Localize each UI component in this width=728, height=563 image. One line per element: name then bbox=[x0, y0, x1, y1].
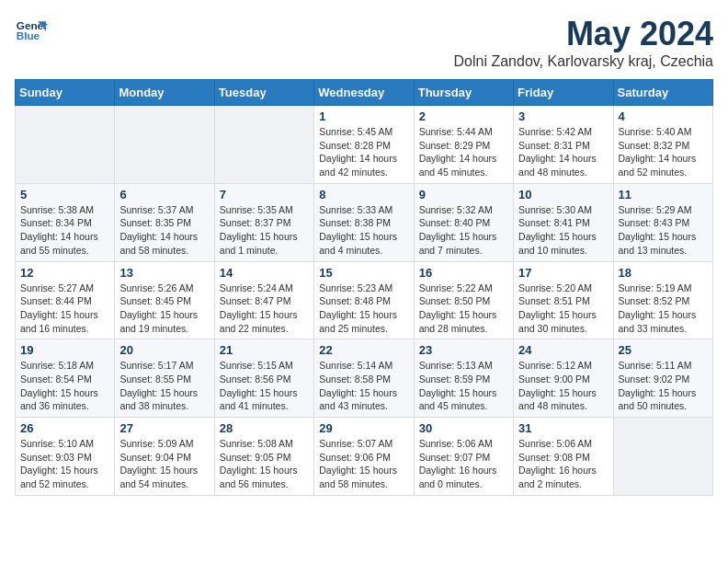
day-number: 25 bbox=[619, 343, 708, 357]
day-info: Sunrise: 5:32 AM Sunset: 8:40 PM Dayligh… bbox=[419, 203, 508, 258]
calendar-cell: 10Sunrise: 5:30 AM Sunset: 8:41 PM Dayli… bbox=[514, 183, 613, 261]
day-number: 3 bbox=[518, 109, 608, 123]
day-header-monday: Monday bbox=[115, 80, 214, 106]
day-info: Sunrise: 5:13 AM Sunset: 8:59 PM Dayligh… bbox=[419, 359, 508, 413]
day-number: 1 bbox=[319, 109, 408, 123]
calendar-header-row: SundayMondayTuesdayWednesdayThursdayFrid… bbox=[16, 80, 713, 106]
calendar-week-4: 19Sunrise: 5:18 AM Sunset: 8:54 PM Dayli… bbox=[16, 339, 713, 418]
day-info: Sunrise: 5:08 AM Sunset: 9:05 PM Dayligh… bbox=[220, 437, 309, 491]
calendar-cell: 26Sunrise: 5:10 AM Sunset: 9:03 PM Dayli… bbox=[16, 418, 115, 496]
day-info: Sunrise: 5:10 AM Sunset: 9:03 PM Dayligh… bbox=[20, 437, 109, 491]
day-number: 13 bbox=[119, 266, 209, 280]
day-info: Sunrise: 5:07 AM Sunset: 9:06 PM Dayligh… bbox=[319, 437, 408, 491]
calendar-cell bbox=[115, 106, 214, 184]
day-number: 12 bbox=[20, 266, 109, 280]
day-info: Sunrise: 5:20 AM Sunset: 8:51 PM Dayligh… bbox=[518, 282, 608, 336]
day-info: Sunrise: 5:26 AM Sunset: 8:45 PM Dayligh… bbox=[119, 282, 209, 336]
calendar-week-3: 12Sunrise: 5:27 AM Sunset: 8:44 PM Dayli… bbox=[16, 261, 713, 339]
day-number: 22 bbox=[319, 343, 408, 357]
day-header-sunday: Sunday bbox=[16, 80, 115, 106]
calendar-cell: 7Sunrise: 5:35 AM Sunset: 8:37 PM Daylig… bbox=[214, 183, 313, 261]
day-info: Sunrise: 5:24 AM Sunset: 8:47 PM Dayligh… bbox=[220, 282, 309, 336]
calendar-cell: 28Sunrise: 5:08 AM Sunset: 9:05 PM Dayli… bbox=[214, 418, 313, 496]
calendar-cell: 31Sunrise: 5:06 AM Sunset: 9:08 PM Dayli… bbox=[514, 418, 613, 496]
day-info: Sunrise: 5:19 AM Sunset: 8:52 PM Dayligh… bbox=[619, 282, 708, 336]
day-number: 24 bbox=[518, 343, 608, 357]
day-info: Sunrise: 5:12 AM Sunset: 9:00 PM Dayligh… bbox=[518, 359, 608, 413]
calendar-cell: 8Sunrise: 5:33 AM Sunset: 8:38 PM Daylig… bbox=[314, 183, 414, 261]
day-number: 27 bbox=[119, 421, 209, 435]
day-info: Sunrise: 5:18 AM Sunset: 8:54 PM Dayligh… bbox=[20, 359, 109, 413]
calendar-cell: 12Sunrise: 5:27 AM Sunset: 8:44 PM Dayli… bbox=[16, 261, 115, 339]
day-number: 15 bbox=[319, 266, 408, 280]
calendar-cell: 25Sunrise: 5:11 AM Sunset: 9:02 PM Dayli… bbox=[613, 339, 712, 418]
svg-text:Blue: Blue bbox=[17, 29, 40, 41]
day-info: Sunrise: 5:17 AM Sunset: 8:55 PM Dayligh… bbox=[119, 359, 209, 413]
location-subtitle: Dolni Zandov, Karlovarsky kraj, Czechia bbox=[454, 53, 713, 70]
calendar-cell: 5Sunrise: 5:38 AM Sunset: 8:34 PM Daylig… bbox=[16, 183, 115, 261]
day-info: Sunrise: 5:27 AM Sunset: 8:44 PM Dayligh… bbox=[20, 282, 109, 336]
day-header-wednesday: Wednesday bbox=[314, 80, 414, 106]
day-info: Sunrise: 5:38 AM Sunset: 8:34 PM Dayligh… bbox=[20, 203, 109, 258]
day-info: Sunrise: 5:40 AM Sunset: 8:32 PM Dayligh… bbox=[619, 125, 708, 179]
calendar-cell: 15Sunrise: 5:23 AM Sunset: 8:48 PM Dayli… bbox=[314, 261, 414, 339]
calendar-cell bbox=[16, 106, 115, 184]
day-number: 21 bbox=[220, 343, 309, 357]
day-info: Sunrise: 5:45 AM Sunset: 8:28 PM Dayligh… bbox=[319, 125, 408, 179]
page-header: General Blue May 2024 Dolni Zandov, Karl… bbox=[15, 15, 713, 70]
day-number: 2 bbox=[419, 109, 508, 123]
day-number: 28 bbox=[220, 421, 309, 435]
calendar-cell: 2Sunrise: 5:44 AM Sunset: 8:29 PM Daylig… bbox=[414, 106, 513, 184]
calendar-cell bbox=[214, 106, 313, 184]
day-info: Sunrise: 5:30 AM Sunset: 8:41 PM Dayligh… bbox=[518, 203, 608, 258]
calendar-cell: 3Sunrise: 5:42 AM Sunset: 8:31 PM Daylig… bbox=[514, 106, 613, 184]
day-info: Sunrise: 5:11 AM Sunset: 9:02 PM Dayligh… bbox=[619, 359, 708, 413]
month-title: May 2024 bbox=[454, 15, 713, 53]
logo-icon: General Blue bbox=[15, 15, 48, 48]
calendar-cell: 30Sunrise: 5:06 AM Sunset: 9:07 PM Dayli… bbox=[414, 418, 513, 496]
calendar-cell: 18Sunrise: 5:19 AM Sunset: 8:52 PM Dayli… bbox=[613, 261, 712, 339]
calendar-table: SundayMondayTuesdayWednesdayThursdayFrid… bbox=[15, 79, 713, 496]
calendar-cell: 4Sunrise: 5:40 AM Sunset: 8:32 PM Daylig… bbox=[613, 106, 712, 184]
day-info: Sunrise: 5:37 AM Sunset: 8:35 PM Dayligh… bbox=[119, 203, 209, 258]
day-number: 10 bbox=[518, 188, 608, 201]
day-number: 6 bbox=[119, 188, 209, 201]
calendar-cell: 24Sunrise: 5:12 AM Sunset: 9:00 PM Dayli… bbox=[514, 339, 613, 418]
calendar-cell: 20Sunrise: 5:17 AM Sunset: 8:55 PM Dayli… bbox=[115, 339, 214, 418]
day-number: 31 bbox=[518, 421, 608, 435]
calendar-cell: 13Sunrise: 5:26 AM Sunset: 8:45 PM Dayli… bbox=[115, 261, 214, 339]
day-header-saturday: Saturday bbox=[613, 80, 712, 106]
day-number: 23 bbox=[419, 343, 508, 357]
calendar-week-2: 5Sunrise: 5:38 AM Sunset: 8:34 PM Daylig… bbox=[16, 183, 713, 261]
day-info: Sunrise: 5:33 AM Sunset: 8:38 PM Dayligh… bbox=[319, 203, 408, 258]
calendar-cell: 29Sunrise: 5:07 AM Sunset: 9:06 PM Dayli… bbox=[314, 418, 414, 496]
day-number: 9 bbox=[419, 188, 508, 201]
day-number: 20 bbox=[119, 343, 209, 357]
calendar-cell: 19Sunrise: 5:18 AM Sunset: 8:54 PM Dayli… bbox=[16, 339, 115, 418]
day-number: 11 bbox=[619, 188, 708, 201]
logo: General Blue bbox=[15, 15, 48, 48]
calendar-cell: 11Sunrise: 5:29 AM Sunset: 8:43 PM Dayli… bbox=[613, 183, 712, 261]
day-number: 19 bbox=[20, 343, 109, 357]
day-info: Sunrise: 5:44 AM Sunset: 8:29 PM Dayligh… bbox=[419, 125, 508, 179]
day-info: Sunrise: 5:23 AM Sunset: 8:48 PM Dayligh… bbox=[319, 282, 408, 336]
day-number: 26 bbox=[20, 421, 109, 435]
day-number: 5 bbox=[20, 188, 109, 201]
day-number: 18 bbox=[619, 266, 708, 280]
day-info: Sunrise: 5:22 AM Sunset: 8:50 PM Dayligh… bbox=[419, 282, 508, 336]
day-number: 30 bbox=[419, 421, 508, 435]
calendar-cell: 16Sunrise: 5:22 AM Sunset: 8:50 PM Dayli… bbox=[414, 261, 513, 339]
calendar-cell: 23Sunrise: 5:13 AM Sunset: 8:59 PM Dayli… bbox=[414, 339, 513, 418]
calendar-cell: 6Sunrise: 5:37 AM Sunset: 8:35 PM Daylig… bbox=[115, 183, 214, 261]
day-header-thursday: Thursday bbox=[414, 80, 513, 106]
calendar-cell: 22Sunrise: 5:14 AM Sunset: 8:58 PM Dayli… bbox=[314, 339, 414, 418]
day-header-tuesday: Tuesday bbox=[214, 80, 313, 106]
day-info: Sunrise: 5:09 AM Sunset: 9:04 PM Dayligh… bbox=[119, 437, 209, 491]
day-info: Sunrise: 5:35 AM Sunset: 8:37 PM Dayligh… bbox=[220, 203, 309, 258]
day-info: Sunrise: 5:06 AM Sunset: 9:08 PM Dayligh… bbox=[518, 437, 608, 491]
day-info: Sunrise: 5:06 AM Sunset: 9:07 PM Dayligh… bbox=[419, 437, 508, 491]
calendar-week-5: 26Sunrise: 5:10 AM Sunset: 9:03 PM Dayli… bbox=[16, 418, 713, 496]
calendar-cell: 21Sunrise: 5:15 AM Sunset: 8:56 PM Dayli… bbox=[214, 339, 313, 418]
day-header-friday: Friday bbox=[514, 80, 613, 106]
calendar-week-1: 1Sunrise: 5:45 AM Sunset: 8:28 PM Daylig… bbox=[16, 106, 713, 184]
